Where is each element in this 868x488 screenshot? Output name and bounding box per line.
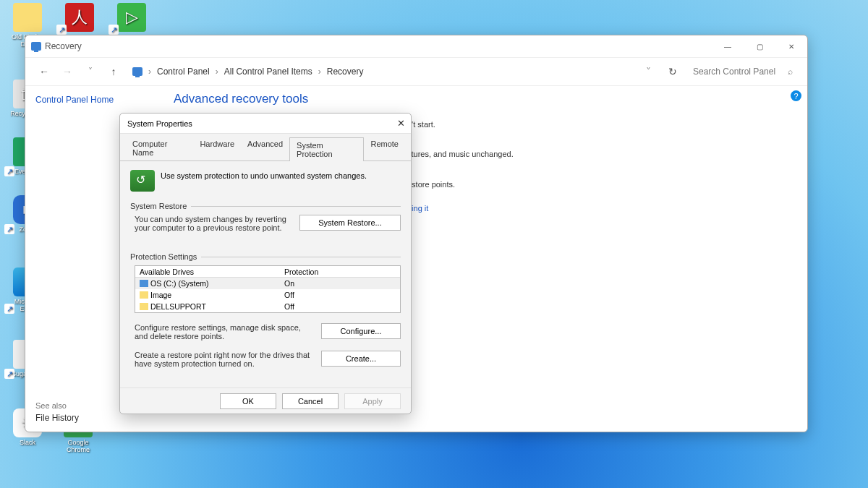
obscured-text: estore points. [407,180,801,189]
desktop-icon-adobe[interactable]: 人↗ [58,3,101,33]
system-protection-icon [130,170,155,192]
breadcrumb-item[interactable]: Recovery [327,67,364,77]
dialog-body: Use system protection to undo unwanted s… [120,161,411,388]
folder-icon [140,291,148,299]
see-also-label: See also [35,401,67,410]
maximize-button[interactable]: ▢ [744,35,775,57]
ok-button[interactable]: OK [220,393,276,409]
back-button[interactable]: ← [35,63,53,80]
obscured-text: n't start. [407,120,801,129]
shortcut-badge: ↗ [56,25,67,35]
search-input[interactable]: Search Control Panel ⌕ [689,62,797,81]
shortcut-badge: ↗ [109,25,119,35]
folder-icon [140,303,148,310]
breadcrumb-item[interactable]: All Control Panel Items [224,67,312,77]
col-header-drives: Available Drives [135,267,280,277]
dialog-titlebar: System Properties ✕ [120,114,411,134]
system-restore-button[interactable]: System Restore... [299,215,401,231]
nav-toolbar: ← → ˅ ↑ › Control Panel › All Control Pa… [25,57,807,86]
circle-arrow-icon: ▷↗ [117,3,146,32]
chevron-right-icon: › [216,67,218,77]
up-button[interactable]: ↑ [105,63,122,80]
history-dropdown[interactable]: ˅ [82,63,99,80]
tab-advanced[interactable]: Advanced [241,137,289,160]
minimize-button[interactable]: — [712,35,744,57]
intro-text: Use system protection to undo unwanted s… [161,170,367,180]
forward-button[interactable]: → [59,63,76,80]
cancel-button[interactable]: Cancel [282,393,339,409]
refresh-button[interactable]: ↻ [664,63,681,80]
table-row[interactable]: Image Off [135,289,400,301]
chevron-right-icon: › [148,67,151,77]
create-button[interactable]: Create... [321,351,401,367]
breadcrumb-item[interactable]: Control Panel [157,67,210,77]
configure-button[interactable]: Configure... [321,323,401,339]
create-description: Create a restore point right now for the… [135,351,314,368]
group-protection-settings: Protection Settings [130,252,401,261]
system-properties-dialog: System Properties ✕ Computer Name Hardwa… [119,113,412,414]
page-heading: Advanced recovery tools [174,92,801,106]
desktop-icon-green[interactable]: ▷↗ [110,3,153,33]
tab-strip: Computer Name Hardware Advanced System P… [120,134,411,161]
shortcut-badge: ↗ [4,224,14,234]
search-icon: ⌕ [788,67,793,77]
tab-hardware[interactable]: Hardware [193,137,241,160]
control-panel-icon [132,67,142,76]
tab-system-protection[interactable]: System Protection [289,137,364,161]
chevron-right-icon: › [318,67,321,77]
window-controls: — ▢ ✕ [712,35,807,57]
icon-label: Slack [6,439,49,446]
intro-row: Use system protection to undo unwanted s… [130,170,401,192]
adobe-icon: 人↗ [65,3,94,32]
table-row[interactable]: OS (C:) (System) On [135,278,400,289]
shortcut-badge: ↗ [4,166,14,176]
apply-button[interactable]: Apply [344,393,401,409]
col-header-protection: Protection [280,267,400,277]
control-panel-icon [31,42,41,51]
shortcut-badge: ↗ [4,304,14,314]
close-icon[interactable]: ✕ [397,118,405,129]
file-history-link[interactable]: File History [35,413,79,423]
breadcrumb: › Control Panel › All Control Panel Item… [132,67,634,77]
disk-icon [140,280,148,287]
group-system-restore: System Restore [130,202,401,210]
window-title: Recovery [31,41,82,51]
location-dropdown-button[interactable]: ˅ [639,63,657,80]
tab-computer-name[interactable]: Computer Name [126,137,193,160]
obscured-link[interactable]: tting it [407,204,801,213]
configure-description: Configure restore settings, manage disk … [135,323,314,341]
dialog-title: System Properties [127,119,192,128]
drives-table[interactable]: Available Drives Protection OS (C:) (Sys… [135,265,401,313]
folder-icon [13,3,42,32]
tab-remote[interactable]: Remote [364,137,405,160]
shortcut-badge: ↗ [4,369,14,379]
close-button[interactable]: ✕ [775,35,807,57]
restore-description: You can undo system changes by reverting… [135,215,292,232]
titlebar: Recovery — ▢ ✕ [25,35,807,57]
dialog-footer: OK Cancel Apply [120,388,411,414]
table-row[interactable]: DELLSUPPORT Off [135,301,400,312]
icon-label: Google Chrome [56,439,100,453]
sidebar-home-link[interactable]: Control Panel Home [35,95,142,105]
obscured-text: ctures, and music unchanged. [407,150,801,158]
